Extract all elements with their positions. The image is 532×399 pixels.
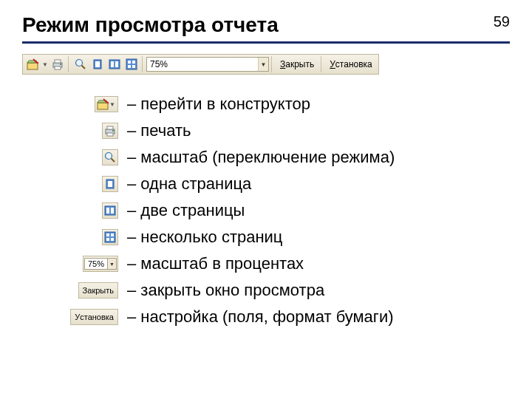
legend-row-print: – печать <box>59 117 510 144</box>
separator <box>271 56 273 72</box>
legend-row-design: ▼ – перейти в конструктор <box>59 91 510 117</box>
legend-icon-multi-pages[interactable] <box>102 229 118 245</box>
legend-text: – перейти в конструктор <box>127 95 310 114</box>
setup-button[interactable]: Установка <box>325 56 377 72</box>
zoom-input[interactable] <box>147 58 258 71</box>
design-view-icon <box>27 58 38 70</box>
one-page-icon <box>92 58 103 70</box>
legend-row-zoom-percent: 75% ▼ – масштаб в процентах <box>59 250 510 277</box>
design-view-dropdown[interactable]: ▼ <box>41 56 49 72</box>
legend-row-close: Закрыть – закрыть окно просмотра <box>59 277 510 304</box>
legend: ▼ – перейти в конструктор – печать – мас… <box>59 91 510 330</box>
legend-row-zoom: – масштаб (переключение режима) <box>59 144 510 171</box>
legend-icon-one-page[interactable] <box>102 176 118 192</box>
legend-text: – масштаб в процентах <box>127 254 304 273</box>
print-icon <box>52 58 64 70</box>
legend-text: – две страницы <box>127 201 245 220</box>
legend-row-two-pages: – две страницы <box>59 197 510 224</box>
legend-icon-zoom[interactable] <box>102 149 118 166</box>
zoom-toggle-button[interactable] <box>72 56 89 72</box>
legend-row-multi-pages: – несколько страниц <box>59 224 510 250</box>
chevron-down-icon: ▼ <box>109 98 116 110</box>
two-pages-button[interactable] <box>106 56 123 72</box>
legend-icon-print[interactable] <box>102 123 118 139</box>
legend-close-button[interactable]: Закрыть <box>78 282 118 299</box>
separator <box>321 56 323 72</box>
one-page-button[interactable] <box>89 56 106 72</box>
legend-text: – несколько страниц <box>127 228 282 247</box>
legend-text: – закрыть окно просмотра <box>127 281 324 300</box>
two-pages-icon <box>109 58 120 70</box>
legend-text: – печать <box>127 121 191 140</box>
legend-icon-design[interactable]: ▼ <box>95 96 118 112</box>
zoom-combo[interactable]: ▼ <box>146 57 269 72</box>
header: Режим просмотра отчета 59 <box>22 13 510 44</box>
separator <box>68 56 70 72</box>
separator <box>142 56 144 72</box>
design-view-icon <box>97 98 109 110</box>
one-page-icon <box>104 178 116 190</box>
zoom-icon <box>75 58 86 70</box>
design-view-button[interactable] <box>24 56 41 72</box>
page-number: 59 <box>494 13 510 30</box>
print-preview-toolbar: ▼ ▼ Закрыть Установка <box>22 54 379 75</box>
multi-pages-icon <box>104 231 116 243</box>
legend-zoom-value: 75% <box>84 258 108 270</box>
legend-text: – настройка (поля, формат бумаги) <box>127 307 394 327</box>
page-title: Режим просмотра отчета <box>22 13 279 37</box>
multi-pages-button[interactable] <box>123 56 140 72</box>
print-button[interactable] <box>50 56 66 72</box>
chevron-down-icon: ▼ <box>108 258 117 270</box>
multi-pages-icon <box>126 58 137 70</box>
print-icon <box>104 125 116 137</box>
zoom-icon <box>104 151 116 163</box>
legend-text: – масштаб (переключение режима) <box>127 148 395 167</box>
legend-zoom-combo[interactable]: 75% ▼ <box>83 256 118 272</box>
close-button[interactable]: Закрыть <box>276 56 318 72</box>
legend-text: – одна страница <box>127 174 251 194</box>
legend-icon-two-pages[interactable] <box>102 202 118 219</box>
zoom-dropdown[interactable]: ▼ <box>258 58 268 71</box>
legend-row-one-page: – одна страница <box>59 171 510 197</box>
legend-row-setup: Установка – настройка (поля, формат бума… <box>59 304 510 330</box>
legend-setup-button[interactable]: Установка <box>70 309 118 325</box>
two-pages-icon <box>104 205 116 216</box>
